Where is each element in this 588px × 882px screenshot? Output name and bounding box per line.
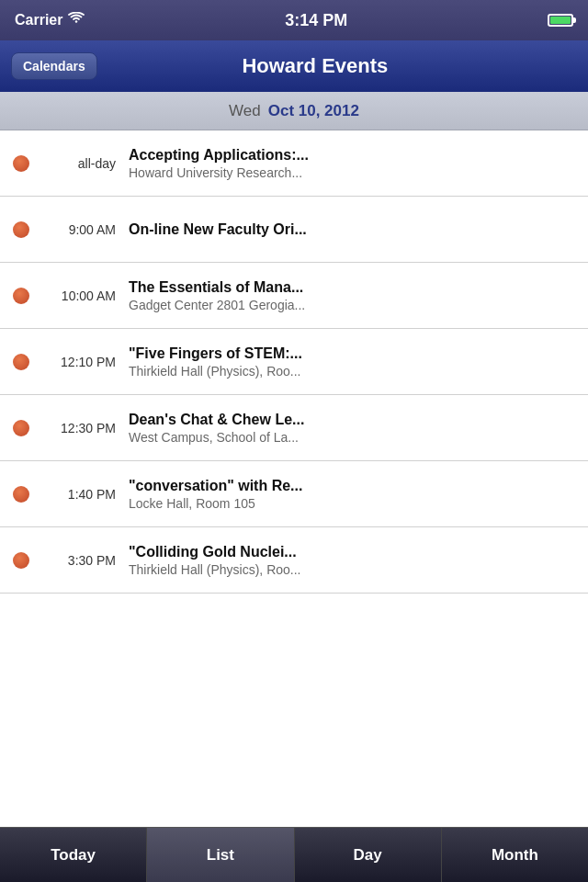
event-dot	[13, 221, 29, 238]
event-details: "conversation" with Re... Locke Hall, Ro…	[129, 478, 575, 511]
status-time: 3:14 PM	[285, 11, 347, 30]
event-item[interactable]: all-day Accepting Applications:... Howar…	[0, 130, 588, 197]
event-title: "conversation" with Re...	[129, 478, 575, 494]
event-time: 3:30 PM	[42, 553, 116, 568]
event-time: 10:00 AM	[42, 288, 116, 303]
date-header: Wed Oct 10, 2012	[0, 92, 588, 130]
date-full: Oct 10, 2012	[268, 102, 359, 120]
event-title: "Colliding Gold Nuclei...	[129, 544, 575, 560]
tab-bar: TodayListDayMonth	[0, 827, 588, 882]
event-dot	[13, 155, 29, 172]
event-item[interactable]: 3:30 PM "Colliding Gold Nuclei... Thirki…	[0, 527, 588, 594]
event-dot	[13, 354, 29, 370]
event-location: Howard University Research...	[129, 165, 575, 180]
event-details: "Five Fingers of STEM:... Thirkield Hall…	[129, 345, 575, 379]
event-details: Accepting Applications:... Howard Univer…	[129, 147, 575, 180]
event-location: Thirkield Hall (Physics), Roo...	[129, 364, 575, 379]
event-item[interactable]: 10:00 AM The Essentials of Mana... Gadge…	[0, 263, 588, 329]
event-location: Locke Hall, Room 105	[129, 496, 575, 511]
event-title: "Five Fingers of STEM:...	[129, 345, 575, 362]
event-location: Gadget Center 2801 Gerogia...	[129, 298, 575, 312]
battery-icon	[548, 14, 573, 27]
page-title: Howard Events	[108, 54, 522, 78]
event-details: "Colliding Gold Nuclei... Thirkield Hall…	[129, 544, 575, 577]
event-title: Accepting Applications:...	[129, 147, 575, 164]
calendars-back-button[interactable]: Calendars	[11, 52, 97, 80]
event-list: all-day Accepting Applications:... Howar…	[0, 130, 588, 594]
event-item[interactable]: 9:00 AM On-line New Faculty Ori...	[0, 197, 588, 263]
status-bar: Carrier 3:14 PM	[0, 0, 588, 40]
tab-today[interactable]: Today	[0, 828, 147, 882]
event-details: The Essentials of Mana... Gadget Center …	[129, 279, 575, 312]
event-item[interactable]: 12:30 PM Dean's Chat & Chew Le... West C…	[0, 395, 588, 461]
event-item[interactable]: 12:10 PM "Five Fingers of STEM:... Thirk…	[0, 329, 588, 395]
wifi-icon	[68, 12, 85, 28]
nav-bar: Calendars Howard Events	[0, 40, 588, 92]
event-dot	[13, 486, 29, 503]
event-location: Thirkield Hall (Physics), Roo...	[129, 562, 575, 577]
event-item[interactable]: 1:40 PM "conversation" with Re... Locke …	[0, 461, 588, 527]
date-day: Wed	[229, 102, 261, 120]
event-time: 1:40 PM	[42, 487, 116, 502]
event-time: 9:00 AM	[42, 222, 116, 237]
event-time: all-day	[42, 156, 116, 171]
event-location: West Campus, School of La...	[129, 430, 575, 445]
carrier-label: Carrier	[15, 12, 62, 28]
battery-indicator	[548, 14, 573, 27]
event-dot	[13, 420, 29, 436]
tab-list[interactable]: List	[147, 828, 294, 882]
event-title: Dean's Chat & Chew Le...	[129, 412, 575, 428]
event-title: On-line New Faculty Ori...	[129, 221, 575, 238]
event-dot	[13, 288, 29, 304]
event-title: The Essentials of Mana...	[129, 279, 575, 296]
carrier-info: Carrier	[15, 12, 85, 28]
event-time: 12:10 PM	[42, 355, 116, 369]
event-time: 12:30 PM	[42, 421, 116, 435]
tab-month[interactable]: Month	[442, 828, 588, 882]
event-dot	[13, 552, 29, 569]
event-details: Dean's Chat & Chew Le... West Campus, Sc…	[129, 412, 575, 445]
tab-day[interactable]: Day	[295, 828, 442, 882]
event-details: On-line New Faculty Ori...	[129, 221, 575, 238]
